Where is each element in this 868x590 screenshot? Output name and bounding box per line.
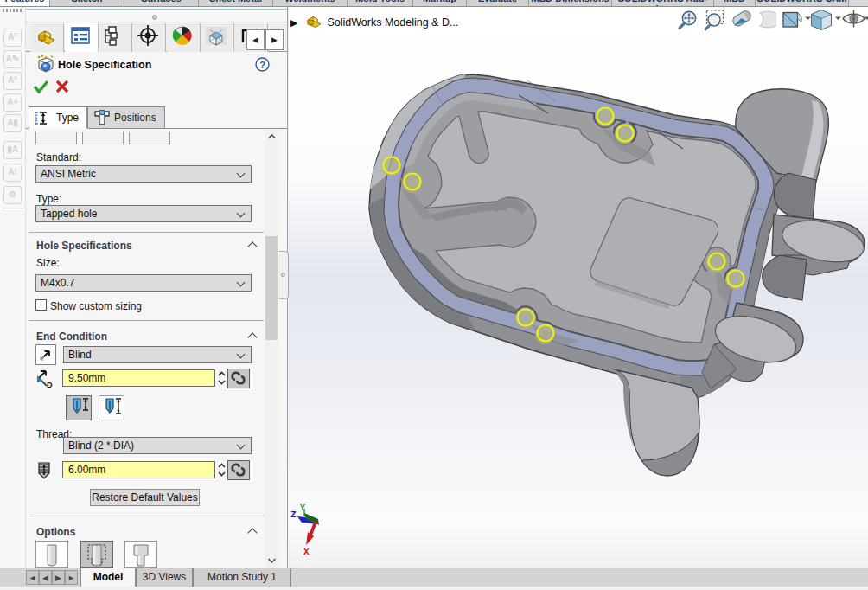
- svg-text:D: D: [47, 381, 53, 389]
- svg-text:?: ?: [259, 60, 265, 70]
- svg-text:X: X: [303, 547, 310, 557]
- svg-text:Z: Z: [290, 510, 297, 520]
